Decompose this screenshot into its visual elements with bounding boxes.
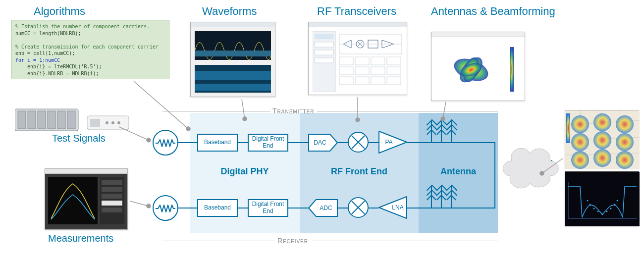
rule-tx-left: [162, 111, 270, 111]
svg-rect-40: [510, 47, 514, 92]
svg-rect-44: [38, 111, 46, 129]
antenna-tx-2: [441, 121, 442, 143]
wire: [407, 208, 431, 209]
wire: [369, 142, 378, 143]
svg-rect-56: [102, 187, 122, 192]
svg-point-78: [590, 204, 591, 206]
svg-point-67: [571, 115, 589, 133]
svg-point-86: [617, 200, 618, 202]
svg-rect-13: [315, 42, 333, 47]
svg-point-73: [571, 151, 589, 169]
block-tx-dac: DAC: [308, 134, 338, 154]
svg-point-70: [571, 133, 589, 151]
svg-rect-29: [355, 67, 369, 75]
svg-point-51: [111, 121, 114, 124]
svg-rect-24: [339, 57, 353, 65]
code-line: for i = 1:numCC: [15, 57, 60, 63]
wire: [431, 208, 495, 209]
svg-rect-34: [371, 77, 385, 85]
wire: [178, 208, 197, 209]
wire: [338, 208, 348, 209]
wire: [407, 142, 431, 143]
svg-point-79: [593, 208, 595, 209]
heading-algorithms: Algorithms: [34, 5, 85, 18]
spring-icon-tx: [155, 139, 176, 148]
code-line: % Create transmission for each component…: [15, 44, 159, 50]
svg-rect-14: [315, 50, 333, 55]
svg-point-82: [606, 211, 608, 212]
heading-waveforms: Waveforms: [202, 5, 257, 18]
svg-point-68: [593, 113, 611, 131]
svg-rect-9: [195, 71, 271, 80]
code-line: enb{i}.NDLRB = NDLRB(i);: [15, 71, 99, 76]
wire: [338, 142, 348, 143]
svg-point-92: [147, 204, 151, 208]
label-receiver: Receiver: [277, 237, 308, 245]
block-rx-adc: ADC: [308, 199, 338, 219]
svg-point-71: [593, 131, 611, 149]
svg-rect-47: [67, 111, 75, 129]
label-tx-dac: DAC: [308, 134, 332, 152]
svg-point-80: [597, 211, 599, 212]
svg-rect-33: [355, 77, 369, 85]
thumb-channel-spectrum: [565, 171, 639, 226]
antenna-rx-1: [431, 186, 432, 208]
wire: [238, 142, 248, 143]
label-rf-front-end: RF Front End: [300, 166, 419, 177]
wire: [288, 142, 308, 143]
thumb-hw-chassis: [15, 105, 81, 135]
svg-point-84: [614, 204, 616, 206]
svg-rect-26: [371, 57, 385, 65]
mixer-tx-x: [348, 132, 369, 153]
svg-point-83: [610, 208, 612, 209]
svg-rect-31: [387, 67, 401, 75]
svg-point-72: [616, 133, 634, 151]
block-tx-pa: PA: [378, 131, 407, 156]
svg-rect-46: [57, 111, 65, 129]
svg-point-50: [106, 121, 108, 124]
svg-point-75: [616, 151, 634, 169]
mixer-rx-x: [348, 197, 369, 218]
wire: [178, 142, 197, 143]
svg-rect-35: [387, 77, 401, 85]
antenna-tx-3: [451, 121, 452, 143]
wire: [369, 208, 378, 209]
thumb-measurements: [45, 168, 128, 230]
code-line: numCC = length(NDLRB);: [15, 31, 81, 36]
svg-point-81: [602, 214, 603, 215]
svg-rect-10: [195, 84, 271, 91]
thumb-antenna-pattern: [431, 32, 525, 101]
svg-point-69: [616, 115, 634, 133]
wire: [238, 208, 248, 209]
thumb-channel-map: [565, 110, 639, 168]
wire: [431, 142, 495, 143]
svg-rect-55: [102, 180, 122, 185]
label-tx-pa: PA: [381, 131, 396, 154]
wire-vert: [494, 142, 495, 209]
antenna-tx-1: [431, 121, 432, 143]
svg-point-85: [587, 200, 589, 202]
heading-rf: RF Transceivers: [317, 5, 396, 18]
thumb-algorithms-code: % Establish the number of component carr…: [11, 20, 169, 79]
block-tx-baseband: Baseband: [197, 134, 238, 152]
label-digital-phy: Digital PHY: [190, 166, 300, 177]
thumb-rf-transceivers: [308, 22, 407, 95]
svg-rect-76: [566, 113, 570, 143]
cloud-icon: [498, 134, 562, 198]
spring-icon-rx: [155, 204, 176, 213]
label-rx-adc: ADC: [314, 199, 338, 217]
svg-rect-28: [339, 67, 353, 75]
antenna-rx-2: [441, 186, 442, 208]
svg-rect-45: [48, 111, 55, 129]
code-line: enb = cell(1,numCC);: [15, 51, 75, 56]
block-rx-dfe: Digital Front End: [248, 199, 288, 217]
block-rx-baseband: Baseband: [197, 199, 238, 217]
block-tx-dfe: Digital Front End: [248, 134, 288, 152]
thumb-hw-box: [87, 115, 130, 134]
rule-rx-left: [162, 241, 274, 241]
code-line: enb{i} = lteRMCDL('R.5');: [15, 64, 102, 69]
svg-rect-30: [371, 67, 385, 75]
svg-rect-49: [90, 119, 100, 127]
label-antenna: Antenna: [419, 166, 498, 177]
svg-rect-25: [355, 57, 369, 65]
